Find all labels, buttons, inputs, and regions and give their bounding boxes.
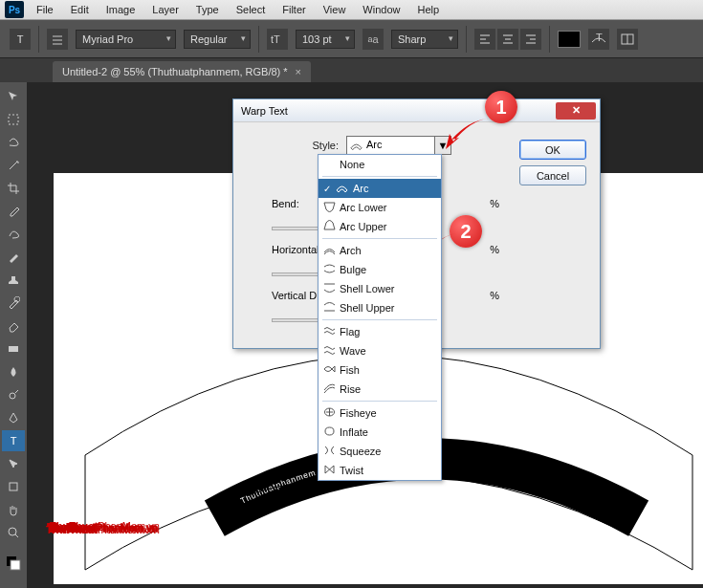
option-label: Twist <box>340 465 363 476</box>
divider <box>258 26 259 53</box>
ok-button[interactable]: OK <box>519 140 586 160</box>
bend-pct-unit: % <box>490 198 499 209</box>
brush-tool-icon[interactable] <box>2 247 25 268</box>
style-option-bulge[interactable]: Bulge <box>319 260 441 279</box>
style-option-shell-lower[interactable]: Shell Lower <box>319 279 441 298</box>
style-option-none[interactable]: None <box>319 155 441 174</box>
panels-button[interactable] <box>617 29 638 50</box>
svg-rect-4 <box>9 346 18 352</box>
move-tool-icon[interactable] <box>2 86 25 107</box>
blur-tool-icon[interactable] <box>2 361 25 382</box>
style-option-arc[interactable]: Arc <box>319 179 441 198</box>
style-dropdown-list[interactable]: None Arc Arc Lower Arc Upper Arch Bulge … <box>318 154 442 481</box>
fgbg-reset-icon[interactable] <box>2 553 25 574</box>
shell-upper-icon <box>323 301 336 313</box>
tool-column: T <box>0 82 27 588</box>
font-weight-dropdown[interactable]: Regular <box>184 30 251 49</box>
style-dropdown[interactable]: Arc ▼ <box>346 136 451 155</box>
svg-rect-9 <box>11 560 20 570</box>
option-label: Flag <box>340 326 360 338</box>
arc-upper-icon <box>323 220 336 231</box>
warp-text-button[interactable]: T <box>588 29 609 50</box>
arc-icon <box>350 140 362 151</box>
option-label: Bulge <box>340 264 366 275</box>
style-option-arc-upper[interactable]: Arc Upper <box>319 217 441 236</box>
style-option-shell-upper[interactable]: Shell Upper <box>319 298 441 317</box>
style-dropdown-value: Arc <box>366 139 383 150</box>
document-tab[interactable]: Untitled-2 @ 55% (Thuthuatphanmem, RGB/8… <box>53 61 311 82</box>
eraser-tool-icon[interactable] <box>2 316 25 337</box>
options-bar: T Myriad Pro Regular tT 103 pt aa Sharp … <box>0 20 703 58</box>
menu-file[interactable]: File <box>28 0 62 20</box>
antialias-dropdown[interactable]: Sharp <box>391 30 458 49</box>
style-option-inflate[interactable]: Inflate <box>319 423 441 442</box>
style-option-fish[interactable]: Fish <box>319 360 441 380</box>
text-color-swatch[interactable] <box>558 31 581 48</box>
arc-lower-icon <box>323 201 336 212</box>
align-right-button[interactable] <box>520 29 541 50</box>
eyedropper-tool-icon[interactable] <box>2 201 25 222</box>
gradient-tool-icon[interactable] <box>2 338 25 359</box>
pen-tool-icon[interactable] <box>2 407 25 428</box>
fisheye-icon <box>323 406 336 418</box>
style-option-squeeze[interactable]: Squeeze <box>319 442 441 461</box>
style-option-rise[interactable]: Rise <box>319 380 441 399</box>
option-label: Arc Lower <box>340 202 387 213</box>
svg-rect-6 <box>10 483 17 490</box>
style-option-arch[interactable]: Arch <box>319 241 441 260</box>
dialog-close-button[interactable]: ✕ <box>556 102 596 120</box>
wand-tool-icon[interactable] <box>2 155 25 176</box>
twist-icon <box>323 464 336 475</box>
menu-filter[interactable]: Filter <box>274 0 314 20</box>
menu-select[interactable]: Select <box>228 0 275 20</box>
close-tab-icon[interactable]: × <box>296 66 301 77</box>
shape-tool-icon[interactable] <box>2 476 25 497</box>
watermark-b: PhanMem <box>96 522 143 534</box>
menu-edit[interactable]: Edit <box>62 0 98 20</box>
align-center-button[interactable] <box>497 29 518 50</box>
option-label: Rise <box>340 383 361 395</box>
menu-view[interactable]: View <box>315 0 355 20</box>
divider <box>466 26 467 53</box>
menu-window[interactable]: Window <box>354 0 408 20</box>
style-option-fisheye[interactable]: Fisheye <box>319 403 441 423</box>
align-left-button[interactable] <box>474 29 495 50</box>
separator <box>322 176 437 177</box>
option-label: Wave <box>340 345 366 357</box>
vdist-pct-unit: % <box>490 290 499 301</box>
dialog-titlebar[interactable]: Warp Text ✕ <box>233 99 600 122</box>
marquee-tool-icon[interactable] <box>2 109 25 130</box>
crop-tool-icon[interactable] <box>2 178 25 199</box>
dodge-tool-icon[interactable] <box>2 384 25 405</box>
option-label: Arch <box>340 245 362 256</box>
hand-tool-icon[interactable] <box>2 499 25 520</box>
lasso-tool-icon[interactable] <box>2 132 25 153</box>
option-label: Shell Lower <box>340 283 394 294</box>
menu-layer[interactable]: Layer <box>143 0 187 20</box>
font-family-dropdown[interactable]: Myriad Pro <box>76 30 176 49</box>
arc-icon <box>336 182 348 193</box>
font-size-field[interactable]: 103 pt <box>296 30 355 49</box>
zoom-tool-icon[interactable] <box>2 522 25 543</box>
style-option-flag[interactable]: Flag <box>319 322 441 341</box>
heal-tool-icon[interactable] <box>2 224 25 245</box>
style-option-wave[interactable]: Wave <box>319 341 441 360</box>
type-tool-icon[interactable]: T <box>2 430 25 451</box>
bend-label: Bend: <box>272 198 299 209</box>
style-option-twist[interactable]: Twist <box>319 461 441 480</box>
type-tool-preset-icon[interactable]: T <box>10 29 31 50</box>
option-label: Arc Upper <box>340 221 387 232</box>
menu-image[interactable]: Image <box>98 0 144 20</box>
orientation-toggle-icon[interactable] <box>47 29 68 50</box>
stamp-tool-icon[interactable] <box>2 270 25 291</box>
cancel-button[interactable]: Cancel <box>519 165 586 185</box>
option-label: Fisheye <box>340 407 377 419</box>
path-select-tool-icon[interactable] <box>2 453 25 474</box>
history-brush-tool-icon[interactable] <box>2 293 25 314</box>
separator <box>322 319 437 320</box>
option-label: Arc <box>353 183 369 194</box>
menu-help[interactable]: Help <box>408 0 448 20</box>
style-option-arc-lower[interactable]: Arc Lower <box>319 198 441 217</box>
menu-type[interactable]: Type <box>187 0 228 20</box>
wave-icon <box>323 344 336 356</box>
